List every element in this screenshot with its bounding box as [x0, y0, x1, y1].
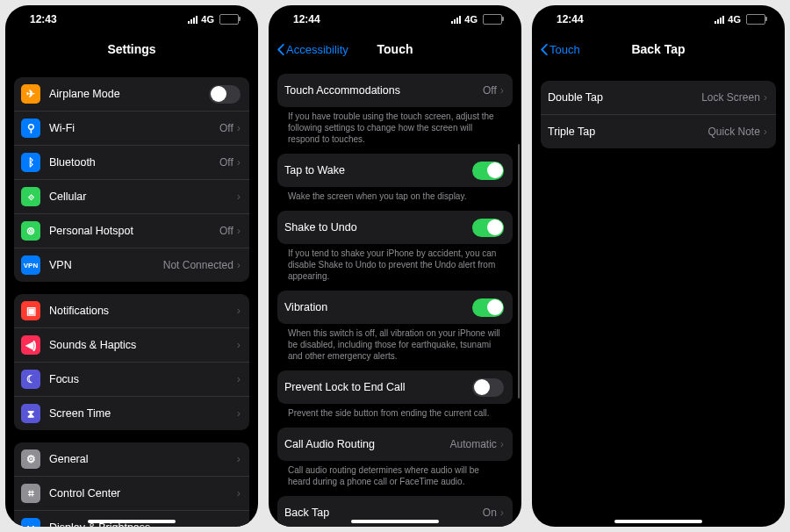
row-note: When this switch is off, all vibration o…: [277, 324, 513, 362]
row-label: Back Tap: [284, 507, 483, 519]
chevron-right-icon: ›: [500, 84, 504, 97]
chevron-right-icon: ›: [237, 305, 241, 317]
home-indicator[interactable]: [614, 520, 702, 523]
airplane-icon: ✈︎: [21, 84, 40, 104]
row-call-audio-routing[interactable]: Call Audio Routing Automatic ›: [277, 428, 513, 461]
row-label: Screen Time: [49, 407, 237, 420]
wifi-icon: ⚲: [21, 119, 40, 138]
row-focus[interactable]: ☾Focus›: [14, 362, 249, 396]
row-label: Double Tap: [548, 91, 701, 104]
back-tap-list[interactable]: Double TapLock Screen›Triple TapQuick No…: [532, 65, 785, 527]
status-bar: 12:44 4G: [269, 5, 521, 33]
row-label: Call Audio Routing: [284, 438, 449, 450]
row-label: Tap to Wake: [284, 164, 472, 176]
row-label: Vibration: [284, 301, 472, 313]
chevron-right-icon: ›: [237, 453, 241, 465]
chevron-right-icon: ›: [500, 507, 504, 519]
row-label: Airplane Mode: [49, 88, 209, 100]
row-label: Focus: [49, 373, 237, 385]
scrollbar[interactable]: [518, 144, 521, 399]
row-tap-to-wake[interactable]: Tap to Wake: [277, 154, 513, 187]
status-time: 12:44: [557, 13, 584, 25]
row-label: Wi-Fi: [49, 122, 219, 134]
row-airplane-mode[interactable]: ✈︎Airplane Mode: [14, 77, 249, 111]
row-cellular[interactable]: ⟐Cellular›: [14, 179, 249, 213]
back-button[interactable]: Accessibility: [277, 33, 348, 65]
row-notifications[interactable]: ▣Notifications›: [14, 294, 249, 327]
row-label: Sounds & Haptics: [49, 339, 237, 351]
row-prevent-lock[interactable]: Prevent Lock to End Call: [277, 370, 513, 404]
switch-prevent-lock[interactable]: [472, 378, 504, 397]
row-bluetooth[interactable]: ᛒBluetoothOff›: [14, 145, 249, 179]
row-sounds-haptics[interactable]: ◀︎)Sounds & Haptics›: [14, 327, 249, 362]
vpn-icon: VPN: [21, 255, 40, 275]
chevron-right-icon: ›: [237, 521, 241, 527]
row-display-brightness[interactable]: AADisplay & Brightness›: [14, 510, 249, 527]
signal-icon: [715, 15, 724, 24]
row-note: Prevent the side button from ending the …: [277, 404, 513, 419]
carrier-label: 4G: [728, 14, 741, 25]
notifications-icon: ▣: [21, 301, 40, 320]
settings-list[interactable]: ✈︎Airplane Mode⚲Wi-FiOff›ᛒBluetoothOff›⟐…: [5, 65, 258, 527]
page-title: Settings: [107, 42, 155, 56]
nav-bar: Accessibility Touch: [269, 33, 521, 65]
status-time: 12:44: [293, 13, 320, 25]
row-wi-fi[interactable]: ⚲Wi-FiOff›: [14, 111, 249, 145]
row-note: Wake the screen when you tap on the disp…: [277, 187, 513, 202]
row-label: Notifications: [49, 305, 237, 317]
back-button[interactable]: Touch: [541, 33, 580, 65]
chevron-right-icon: ›: [237, 339, 241, 351]
row-label: Control Center: [49, 487, 237, 500]
touch-list[interactable]: Touch Accommodations Off › If you have t…: [269, 65, 521, 527]
row-shake-to-undo[interactable]: Shake to Undo: [277, 211, 513, 244]
page-title: Touch: [377, 42, 413, 56]
switch-tap-to-wake[interactable]: [472, 162, 504, 180]
row-double-tap[interactable]: Double TapLock Screen›: [541, 81, 776, 114]
battery-icon: [219, 14, 239, 25]
row-personal-hotspot[interactable]: ⊚Personal HotspotOff›: [14, 213, 249, 248]
chevron-right-icon: ›: [237, 122, 241, 134]
control-center-icon: ⌗: [21, 484, 40, 503]
chevron-left-icon: [541, 44, 548, 55]
row-label: Triple Tap: [548, 126, 707, 138]
row-note: Call audio routing determines where audi…: [277, 461, 513, 487]
chevron-right-icon: ›: [764, 91, 767, 104]
nav-bar: Settings: [5, 33, 258, 65]
signal-icon: [451, 15, 461, 24]
cellular-icon: ⟐: [21, 187, 40, 206]
switch-shake-to-undo[interactable]: [472, 219, 504, 237]
row-screen-time[interactable]: ⧗Screen Time›: [14, 396, 249, 430]
home-indicator[interactable]: [88, 520, 176, 523]
chevron-left-icon: [277, 44, 284, 55]
row-vibration[interactable]: Vibration: [277, 291, 513, 324]
battery-icon: [746, 14, 765, 25]
chevron-right-icon: ›: [237, 225, 241, 237]
bluetooth-icon: ᛒ: [21, 153, 40, 172]
touch-screen: 12:44 4G Accessibility Touch Touch Accom…: [269, 5, 521, 527]
row-vpn[interactable]: VPNVPNNot Connected›: [14, 248, 249, 282]
row-value: Off: [219, 122, 233, 134]
signal-icon: [188, 15, 198, 24]
row-value: Lock Screen: [701, 91, 760, 104]
switch-airplane-mode[interactable]: [209, 85, 241, 104]
row-label: Bluetooth: [49, 156, 219, 169]
row-triple-tap[interactable]: Triple TapQuick Note›: [541, 114, 776, 148]
chevron-right-icon: ›: [500, 438, 504, 450]
carrier-label: 4G: [201, 14, 214, 25]
back-tap-screen: 12:44 4G Touch Back Tap Double TapLock S…: [532, 5, 785, 527]
row-note: If you have trouble using the touch scre…: [277, 107, 513, 145]
row-value: Off: [219, 225, 233, 237]
chevron-right-icon: ›: [237, 191, 241, 203]
row-control-center[interactable]: ⌗Control Center›: [14, 476, 249, 510]
row-value: Automatic: [449, 438, 496, 450]
row-label: VPN: [49, 259, 163, 271]
battery-icon: [483, 14, 502, 25]
row-general[interactable]: ⚙︎General›: [14, 442, 249, 476]
screentime-icon: ⧗: [21, 404, 40, 423]
home-indicator[interactable]: [351, 520, 439, 523]
row-touch-accommodations[interactable]: Touch Accommodations Off ›: [277, 74, 513, 107]
row-label: Personal Hotspot: [49, 225, 219, 237]
carrier-label: 4G: [464, 14, 478, 25]
nav-bar: Touch Back Tap: [532, 33, 785, 65]
switch-vibration[interactable]: [472, 298, 504, 317]
